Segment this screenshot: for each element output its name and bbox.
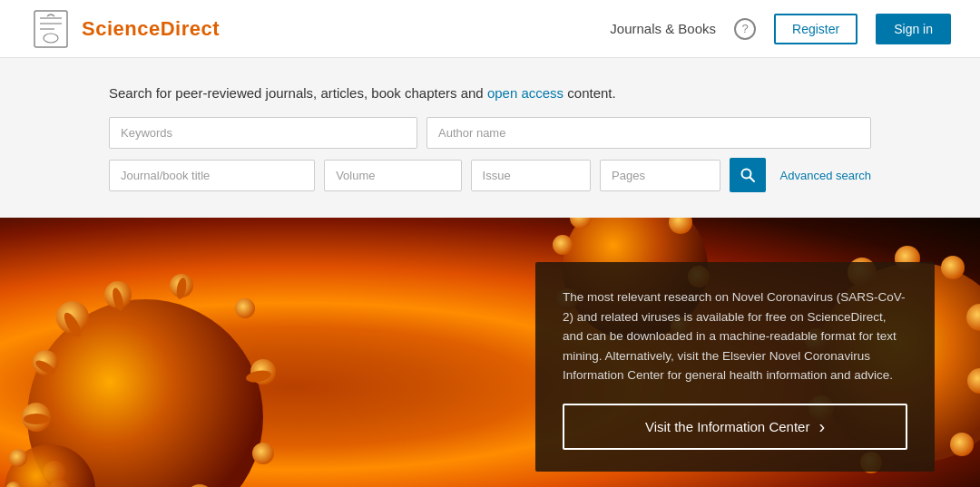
info-box-text: The most relevant research on Novel Coro… (563, 287, 907, 385)
issue-input[interactable] (471, 160, 592, 191)
author-input[interactable] (426, 117, 871, 149)
search-description: Search for peer-reviewed journals, artic… (109, 85, 871, 101)
signin-button[interactable]: Sign in (876, 14, 951, 44)
svg-point-15 (235, 298, 255, 318)
svg-point-46 (9, 449, 27, 467)
advanced-search-link[interactable]: Advanced search (780, 169, 871, 182)
logo-text[interactable]: ScienceDirect (82, 17, 220, 41)
search-row-2: Advanced search (109, 158, 871, 192)
search-icon (740, 167, 756, 183)
pages-field-container (600, 160, 720, 191)
search-section: Search for peer-reviewed journals, artic… (0, 58, 980, 218)
journals-books-link[interactable]: Journals & Books (610, 21, 716, 36)
svg-point-41 (950, 433, 974, 456)
header: ScienceDirect Journals & Books ? Registe… (0, 0, 980, 58)
keywords-field-container (109, 117, 417, 149)
volume-field-container (324, 160, 461, 191)
svg-point-5 (44, 34, 58, 43)
hero-section: The most relevant research on Novel Coro… (0, 218, 980, 487)
svg-line-7 (750, 178, 754, 182)
author-field-container (426, 117, 871, 149)
header-nav: Journals & Books ? Register Sign in (610, 14, 951, 44)
visit-information-center-button[interactable]: Visit the Information Center › (563, 404, 907, 450)
svg-point-34 (553, 235, 573, 255)
header-logo-area: ScienceDirect (29, 7, 220, 51)
pages-input[interactable] (600, 160, 720, 191)
volume-input[interactable] (324, 160, 461, 191)
chevron-right-icon: › (818, 416, 825, 437)
info-overlay-box: The most relevant research on Novel Coro… (535, 262, 935, 472)
keywords-input[interactable] (109, 117, 417, 149)
svg-point-23 (24, 414, 49, 424)
register-button[interactable]: Register (774, 14, 858, 44)
svg-point-38 (941, 256, 965, 279)
search-row-1 (109, 117, 871, 149)
open-access-link[interactable]: open access (487, 85, 564, 101)
search-button[interactable] (730, 158, 766, 192)
issue-field-container (471, 160, 592, 191)
journal-field-container (109, 160, 315, 191)
elsevier-logo-icon (29, 7, 73, 51)
help-icon[interactable]: ? (734, 18, 756, 40)
journal-input[interactable] (109, 160, 315, 191)
svg-point-17 (252, 443, 274, 464)
